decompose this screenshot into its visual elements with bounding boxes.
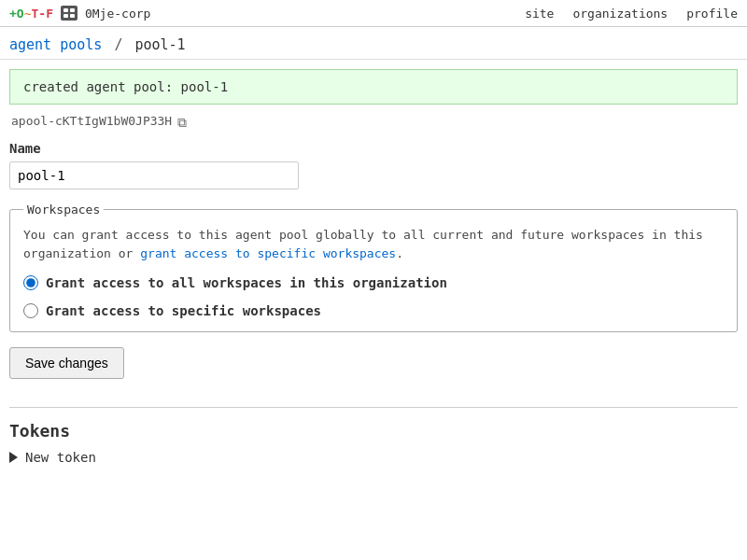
name-label: Name (9, 141, 738, 156)
breadcrumb: agent pools / pool-1 (0, 27, 747, 59)
brand-plus: +O (9, 7, 24, 21)
name-input[interactable] (9, 161, 299, 189)
success-banner: created agent pool: pool-1 (9, 69, 738, 105)
radio-all-workspaces[interactable] (23, 275, 38, 290)
save-changes-button[interactable]: Save changes (9, 347, 124, 379)
new-token-row[interactable]: New token (9, 450, 738, 465)
org-name[interactable]: 0Mje-corp (85, 7, 150, 21)
main-content: created agent pool: pool-1 apool-cKTtIgW… (0, 60, 747, 474)
svg-rect-4 (70, 14, 75, 18)
svg-rect-1 (63, 8, 68, 12)
section-separator (9, 407, 738, 408)
svg-rect-3 (63, 14, 68, 18)
tokens-heading: Tokens (9, 421, 738, 441)
nav-site[interactable]: site (525, 7, 554, 21)
breadcrumb-parent-link[interactable]: agent pools (9, 36, 102, 53)
radio-all-label[interactable]: Grant access to all workspaces in this o… (46, 275, 447, 290)
triangle-icon (9, 452, 18, 463)
brand-dash: T-F (31, 7, 52, 21)
radio-option-all: Grant access to all workspaces in this o… (23, 275, 724, 290)
breadcrumb-current: pool-1 (134, 36, 185, 53)
radio-option-specific: Grant access to specific workspaces (23, 303, 724, 318)
success-message: created agent pool: pool-1 (23, 79, 228, 94)
nav-organizations[interactable]: organizations (572, 7, 668, 21)
topbar-left: +O~T-F 0Mje-corp (9, 6, 525, 21)
workspaces-legend: Workspaces (23, 203, 104, 217)
radio-specific-label[interactable]: Grant access to specific workspaces (46, 303, 321, 318)
radio-specific-workspaces[interactable] (23, 303, 38, 318)
new-token-label[interactable]: New token (25, 450, 96, 465)
org-icon (61, 6, 78, 21)
nav-profile[interactable]: profile (686, 7, 738, 21)
api-key-value: apool-cKTtIgW1bW0JP33H (11, 114, 172, 128)
copy-icon[interactable] (177, 115, 190, 128)
topbar-nav: site organizations profile (525, 7, 738, 21)
workspaces-description: You can grant access to this agent pool … (23, 226, 724, 262)
breadcrumb-separator: / (114, 36, 122, 53)
svg-rect-2 (70, 8, 75, 12)
grant-access-link[interactable]: grant access to specific workspaces (140, 246, 396, 260)
brand-logo: +O~T-F (9, 7, 53, 21)
svg-rect-0 (61, 6, 78, 21)
workspaces-fieldset: Workspaces You can grant access to this … (9, 203, 738, 332)
api-key-row: apool-cKTtIgW1bW0JP33H (9, 114, 738, 128)
topbar: +O~T-F 0Mje-corp site organizations prof… (0, 0, 747, 27)
